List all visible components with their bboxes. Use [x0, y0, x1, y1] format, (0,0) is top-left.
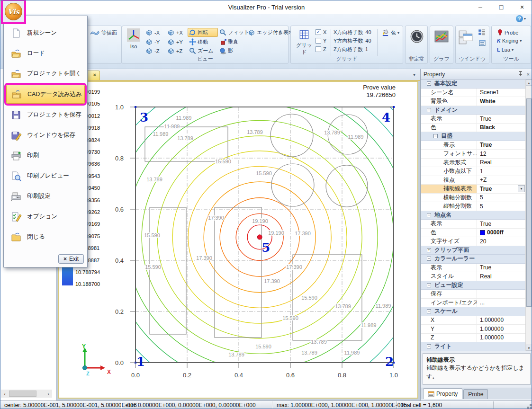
property-section-expanded[interactable]: −スケール — [421, 307, 526, 316]
window-doc-button[interactable] — [478, 39, 486, 48]
tab-probe[interactable]: Probe — [463, 389, 488, 399]
transient-button[interactable] — [409, 29, 424, 45]
app-menu-item[interactable]: オプション — [6, 206, 85, 227]
tab-property[interactable]: Property — [423, 388, 462, 399]
collapse-icon[interactable]: − — [427, 344, 431, 348]
property-row[interactable]: 表示True — [421, 115, 526, 124]
property-row[interactable]: 文字サイズ20 — [421, 237, 526, 246]
app-menu-item[interactable]: 新規シーン — [6, 23, 85, 43]
property-row[interactable]: Y1.000000 — [421, 325, 526, 334]
property-value[interactable]: 0000ff — [477, 229, 526, 237]
property-value[interactable]: True — [477, 115, 526, 123]
rotate-button[interactable]: 回転 — [188, 28, 218, 37]
vertical-button[interactable]: 垂直 — [218, 37, 246, 46]
property-row[interactable]: シーン名Scene1 — [421, 89, 526, 98]
contour-plot[interactable]: 0.00.20.40.60.81.00.00.20.40.60.81.011.9… — [59, 82, 417, 397]
property-value[interactable]: True▾ — [477, 185, 526, 193]
property-value[interactable]: ... — [477, 299, 526, 307]
scene-canvas[interactable]: 0.00.20.40.60.81.00.00.20.40.60.81.011.9… — [58, 81, 418, 399]
property-value[interactable]: 5 — [477, 202, 526, 211]
grid-button[interactable]: グリッド — [294, 29, 315, 56]
property-section-expanded[interactable]: −ビュー設定 — [421, 281, 526, 290]
property-value[interactable]: Scene1 — [477, 89, 526, 97]
view-plus-y-button[interactable]: +Y — [166, 38, 188, 46]
property-section-expanded[interactable]: −地点名 — [421, 211, 526, 220]
grid-count-field[interactable]: Z方向格子数1 — [334, 45, 371, 53]
property-row[interactable]: 縦軸分割数5 — [421, 202, 526, 211]
value-dropdown-icon[interactable]: ▾ — [518, 185, 525, 192]
property-value[interactable]: True — [477, 264, 526, 272]
property-row[interactable]: 小数点以下1 — [421, 167, 526, 176]
app-menu-item[interactable]: ロード — [6, 43, 85, 63]
property-row[interactable]: 視点+Z — [421, 176, 526, 185]
property-section-expanded[interactable]: −基本設定 — [421, 80, 526, 89]
property-value[interactable]: Black — [477, 124, 526, 132]
property-value[interactable]: 1.000000 — [477, 316, 526, 325]
help-button[interactable]: ? ▾ — [516, 15, 526, 22]
property-row[interactable]: X1.000000 — [421, 316, 526, 325]
vertical-scrollbar[interactable]: ▲ ▼ — [525, 80, 532, 351]
collapse-icon[interactable]: − — [427, 283, 431, 287]
property-row[interactable]: 表示形式Real — [421, 159, 526, 168]
property-row[interactable]: 補助線表示True▾ — [421, 185, 526, 194]
property-section-expanded[interactable]: −カラールーラー — [421, 255, 526, 264]
grid-color-button[interactable]: 色 ▾ — [380, 28, 401, 37]
property-row[interactable]: 表示True — [421, 141, 526, 150]
property-row[interactable]: 保存 — [421, 290, 526, 299]
grid-count-field[interactable]: Y方向格子数40 — [334, 36, 371, 45]
window-list-button[interactable] — [478, 28, 486, 37]
property-value[interactable]: 20 — [477, 237, 526, 246]
property-value[interactable]: 1.000000 — [477, 334, 526, 342]
collapse-icon[interactable]: − — [427, 81, 431, 86]
kriging-button[interactable]: K Kriging ▾ — [496, 37, 523, 44]
app-menu-item[interactable]: 印刷プレビュー — [6, 166, 85, 186]
app-menu-item[interactable]: 閉じる — [6, 227, 85, 247]
property-value[interactable]: True — [477, 141, 526, 150]
property-section-expanded[interactable]: −ドメイン — [421, 106, 526, 115]
scroll-right-icon[interactable]: › — [45, 391, 52, 397]
property-value[interactable]: 1 — [477, 167, 526, 176]
app-menu-item[interactable]: 印刷 — [6, 145, 85, 166]
property-value[interactable]: +Z — [477, 176, 526, 185]
panel-close-icon[interactable]: × — [527, 71, 530, 77]
tab-close-icon[interactable]: × — [93, 72, 96, 78]
scroll-up-icon[interactable]: ▲ — [526, 80, 532, 86]
property-value[interactable]: 5 — [477, 194, 526, 202]
app-menu-item[interactable]: 印刷設定 — [6, 186, 85, 206]
property-section-expanded[interactable]: −目盛 — [421, 132, 526, 141]
pin-icon[interactable] — [518, 71, 523, 77]
scroll-down-icon[interactable]: ▼ — [526, 345, 532, 351]
scrollbar-thumb[interactable] — [526, 98, 532, 307]
property-row[interactable]: 色0000ff — [421, 229, 526, 238]
shadow-button[interactable]: 影 — [218, 46, 246, 55]
property-value[interactable]: 12 — [477, 150, 526, 158]
grid-axis-checkbox-x[interactable]: ✓X — [316, 28, 326, 36]
window-layout-button[interactable] — [458, 30, 475, 46]
collapse-icon[interactable]: − — [427, 257, 431, 261]
property-section-expanded[interactable]: −ライト — [421, 342, 526, 351]
resize-grip[interactable] — [530, 407, 532, 409]
grid-axis-checkbox-y[interactable]: Y — [316, 36, 326, 45]
tab-list-dropdown-icon[interactable]: ▾ — [413, 72, 415, 77]
property-row[interactable]: 横軸分割数5 — [421, 194, 526, 203]
scrollbar-thumb[interactable] — [9, 391, 36, 397]
property-row[interactable]: フォントサ...12 — [421, 150, 526, 159]
property-value[interactable]: White — [477, 97, 526, 106]
view-minus-y-button[interactable]: -Y — [144, 38, 166, 46]
property-row[interactable]: 背景色White — [421, 97, 526, 106]
view-plus-z-button[interactable]: +Z — [166, 47, 188, 55]
collapse-icon[interactable]: − — [427, 309, 431, 313]
property-section-collapsed[interactable]: +クリップ平面 — [421, 246, 526, 255]
view-minus-x-button[interactable]: -X — [144, 28, 166, 37]
zoom-button[interactable]: ズーム — [188, 46, 218, 55]
property-value[interactable]: Real — [477, 159, 526, 167]
view-minus-z-button[interactable]: -Z — [144, 47, 166, 55]
expand-icon[interactable]: + — [427, 248, 431, 252]
property-row[interactable]: 色Black — [421, 124, 526, 133]
maximize-button[interactable]: □ — [491, 0, 512, 14]
app-menu-item[interactable]: プロジェクトを開く — [6, 63, 85, 84]
lua-button[interactable]: L Lua ▾ — [496, 46, 515, 53]
property-value[interactable]: 1.000000 — [477, 325, 526, 333]
exit-button[interactable]: × Exit — [58, 254, 84, 264]
grid-count-field[interactable]: X方向格子数40 — [334, 28, 371, 36]
